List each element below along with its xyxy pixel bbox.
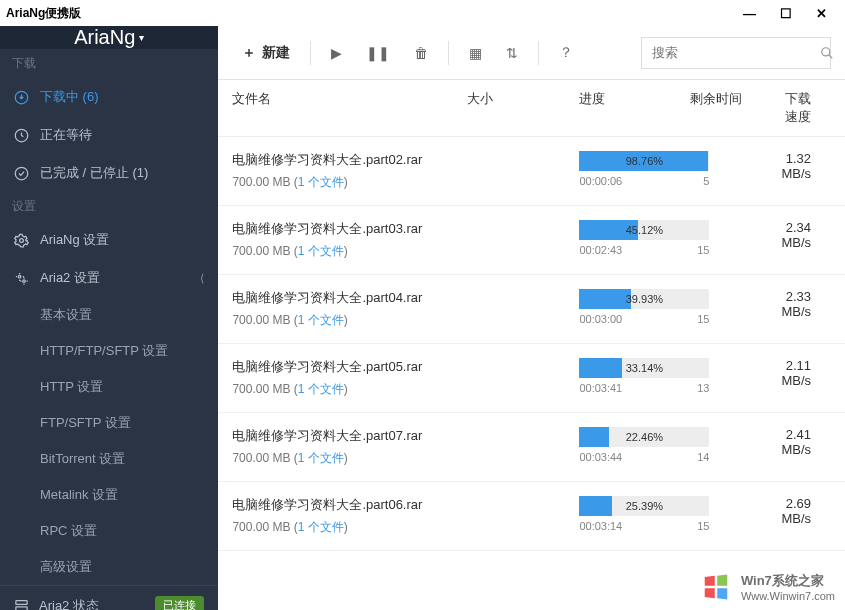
file-count-link[interactable]: 1 个文件 [298,313,344,327]
progress-bar: 22.46% [579,427,709,447]
file-meta: 700.00 MB (1 个文件) [232,519,467,536]
plus-icon: ＋ [242,44,256,62]
caret-down-icon: ▾ [139,32,144,43]
file-name: 电脑维修学习资料大全.part05.rar [232,358,467,376]
download-icon [14,90,30,105]
progress-bar: 98.76% [579,151,709,171]
separator [310,41,311,65]
nav-stopped[interactable]: 已完成 / 已停止 (1) [0,154,218,192]
nav-downloading-label: 下载中 (6) [40,88,99,106]
file-cell: 电脑维修学习资料大全.part03.rar700.00 MB (1 个文件) [232,220,467,260]
brand[interactable]: AriaNg ▾ [0,26,218,49]
col-time[interactable]: 剩余时间 [651,90,781,126]
progress-text: 33.14% [579,358,709,378]
connections: 15 [697,313,709,325]
table-row[interactable]: 电脑维修学习资料大全.part02.rar700.00 MB (1 个文件)98… [218,137,845,206]
sub-http[interactable]: HTTP 设置 [0,369,218,405]
progress-info: 00:02:4315 [579,244,709,256]
file-count-link[interactable]: 1 个文件 [298,244,344,258]
nav-downloading[interactable]: 下载中 (6) [0,78,218,116]
table-row[interactable]: 电脑维修学习资料大全.part05.rar700.00 MB (1 个文件)33… [218,344,845,413]
nav-aria2-settings[interactable]: Aria2 设置 ⟨ [0,259,218,297]
sub-rpc[interactable]: RPC 设置 [0,513,218,549]
search-icon [820,46,834,60]
file-count-link[interactable]: 1 个文件 [298,451,344,465]
elapsed-time: 00:03:14 [579,520,622,532]
sub-metalink[interactable]: Metalink 设置 [0,477,218,513]
sub-bittorrent[interactable]: BitTorrent 设置 [0,441,218,477]
grid-icon: ▦ [469,45,482,61]
svg-point-5 [23,279,26,282]
file-cell: 电脑维修学习资料大全.part06.rar700.00 MB (1 个文件) [232,496,467,536]
nav-ariang-settings[interactable]: AriaNg 设置 [0,221,218,259]
sub-basic[interactable]: 基本设置 [0,297,218,333]
sub-ftp-sftp[interactable]: FTP/SFTP 设置 [0,405,218,441]
play-icon: ▶ [331,45,342,61]
file-cell: 电脑维修学习资料大全.part02.rar700.00 MB (1 个文件) [232,151,467,191]
sub-advanced[interactable]: 高级设置 [0,549,218,585]
window-controls: — ☐ ✕ [743,6,839,21]
file-name: 电脑维修学习资料大全.part03.rar [232,220,467,238]
server-icon [14,598,29,610]
table-row[interactable]: 电脑维修学习资料大全.part03.rar700.00 MB (1 个文件)45… [218,206,845,275]
delete-button[interactable]: 🗑 [404,39,438,67]
watermark: Win7系统之家 Www.Winwin7.com [699,572,835,602]
aria2-status[interactable]: Aria2 状态 已连接 [0,585,218,610]
file-count-link[interactable]: 1 个文件 [298,175,344,189]
pause-button[interactable]: ❚❚ [356,39,400,67]
clock-icon [14,128,30,143]
elapsed-time: 00:00:06 [579,175,622,187]
nav-ariang-settings-label: AriaNg 设置 [40,231,109,249]
section-download-label: 下载 [0,49,218,78]
progress-text: 98.76% [579,151,709,171]
watermark-logo-icon [699,572,733,602]
progress-info: 00:03:1415 [579,520,709,532]
file-count-link[interactable]: 1 个文件 [298,382,344,396]
col-size[interactable]: 大小 [467,90,579,126]
close-button[interactable]: ✕ [816,6,827,21]
progress-cell: 45.12%00:02:4315 [579,220,781,256]
file-count-link[interactable]: 1 个文件 [298,520,344,534]
check-icon [14,166,30,181]
file-name: 电脑维修学习资料大全.part02.rar [232,151,467,169]
help-button[interactable]: ？ [549,38,583,68]
toolbar: ＋ 新建 ▶ ❚❚ 🗑 ▦ ⇅ ？ [218,26,845,80]
nav-waiting[interactable]: 正在等待 [0,116,218,154]
speed-cell: 2.11 MB/s [781,358,831,388]
view-button[interactable]: ▦ [459,39,492,67]
progress-text: 45.12% [579,220,709,240]
start-button[interactable]: ▶ [321,39,352,67]
table-row[interactable]: 电脑维修学习资料大全.part06.rar700.00 MB (1 个文件)25… [218,482,845,551]
new-button[interactable]: ＋ 新建 [232,38,300,68]
file-name: 电脑维修学习资料大全.part07.rar [232,427,467,445]
table-row[interactable]: 电脑维修学习资料大全.part07.rar700.00 MB (1 个文件)22… [218,413,845,482]
minimize-button[interactable]: — [743,6,756,21]
maximize-button[interactable]: ☐ [780,6,792,21]
section-settings-label: 设置 [0,192,218,221]
table-row[interactable]: 电脑维修学习资料大全.part04.rar700.00 MB (1 个文件)39… [218,275,845,344]
sort-button[interactable]: ⇅ [496,39,528,67]
progress-info: 00:03:4414 [579,451,709,463]
column-headers: 文件名 大小 进度 剩余时间 下载速度 [218,80,845,137]
gear-icon [14,233,30,248]
col-progress[interactable]: 进度 [579,90,651,126]
sub-http-ftp-sftp[interactable]: HTTP/FTP/SFTP 设置 [0,333,218,369]
search-box[interactable] [641,37,831,69]
connections: 15 [697,244,709,256]
progress-info: 00:03:4113 [579,382,709,394]
file-meta: 700.00 MB (1 个文件) [232,174,467,191]
col-speed[interactable]: 下载速度 [781,90,831,126]
chevron-left-icon: ⟨ [200,272,204,285]
download-list: 电脑维修学习资料大全.part02.rar700.00 MB (1 个文件)98… [218,137,845,551]
connections: 15 [697,520,709,532]
nav-aria2-settings-label: Aria2 设置 [40,269,100,287]
speed-cell: 2.34 MB/s [781,220,831,250]
search-input[interactable] [652,45,820,60]
separator [448,41,449,65]
progress-bar: 45.12% [579,220,709,240]
sidebar: AriaNg ▾ 下载 下载中 (6) 正在等待 已完成 / 已停止 (1) 设… [0,26,218,610]
file-cell: 电脑维修学习资料大全.part05.rar700.00 MB (1 个文件) [232,358,467,398]
connections: 14 [697,451,709,463]
progress-bar: 39.93% [579,289,709,309]
col-name[interactable]: 文件名 [232,90,467,126]
